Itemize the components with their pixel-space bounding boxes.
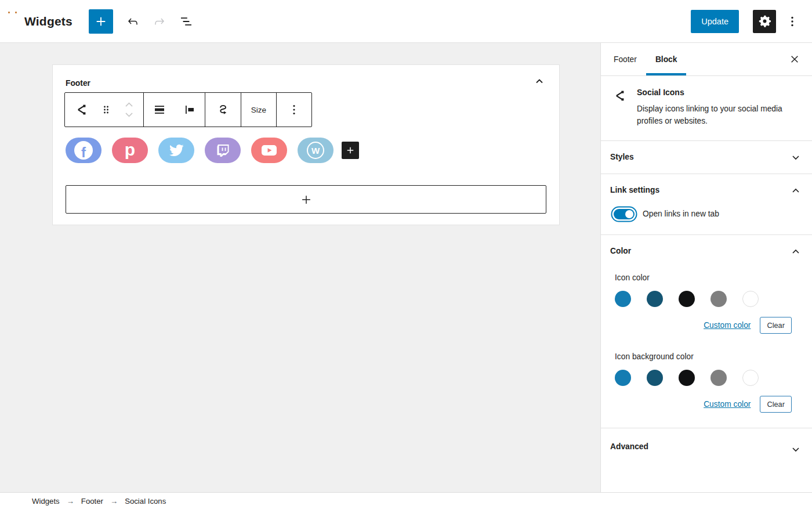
color-swatch-blue[interactable] — [615, 370, 631, 386]
color-swatch-gray[interactable] — [710, 370, 727, 386]
align-button[interactable] — [144, 93, 175, 127]
breadcrumb-footer[interactable]: Footer — [81, 497, 103, 506]
icon-background-color-label: Icon background color — [615, 352, 792, 361]
kebab-icon — [287, 103, 301, 117]
collapse-panel-button[interactable] — [532, 74, 546, 88]
link-curve-button[interactable] — [206, 93, 241, 127]
justify-items-button[interactable] — [175, 93, 205, 127]
color-swatch-black[interactable] — [679, 291, 695, 307]
kebab-icon — [785, 15, 799, 28]
icon-background-color-actions: Custom color Clear — [615, 396, 792, 413]
close-sidebar-button[interactable] — [783, 43, 806, 75]
widgets-editor: Widgets Update — [0, 0, 812, 509]
custom-color-link[interactable]: Custom color — [704, 400, 751, 409]
undo-button[interactable] — [121, 9, 144, 34]
list-view-icon — [179, 15, 193, 28]
redo-icon — [153, 15, 166, 28]
breadcrumb: Widgets → Footer → Social Icons — [32, 497, 166, 506]
size-dropdown-button[interactable]: Size — [241, 93, 276, 127]
tab-block[interactable]: Block — [646, 43, 687, 75]
chevron-up-icon — [789, 244, 803, 258]
block-toolbar: Size — [64, 92, 312, 127]
chevron-down-icon — [124, 110, 135, 120]
footer-widget-area-panel: Footer — [52, 64, 560, 225]
icon-color-label: Icon color — [615, 273, 792, 282]
twitch-icon — [217, 145, 229, 157]
block-options-button[interactable] — [277, 93, 311, 127]
chevron-down-icon — [789, 150, 803, 164]
color-swatch-blue[interactable] — [615, 291, 631, 307]
list-view-button[interactable] — [175, 9, 198, 34]
advanced-panel: Advanced — [601, 428, 812, 475]
block-info-card: Social Icons Display icons linking to yo… — [601, 76, 812, 141]
tab-footer[interactable]: Footer — [604, 43, 646, 75]
link-settings-panel-toggle[interactable]: Link settings — [601, 174, 812, 207]
block-switcher-button[interactable] — [68, 93, 95, 127]
undo-icon — [126, 15, 140, 28]
breadcrumb-widgets[interactable]: Widgets — [32, 497, 60, 506]
advanced-panel-toggle[interactable]: Advanced — [601, 442, 812, 475]
drag-handle-icon — [100, 104, 112, 115]
curved-arrow-icon — [216, 103, 230, 117]
color-swatch-dark-blue[interactable] — [647, 370, 663, 386]
social-icons-block: f p — [66, 138, 359, 163]
chevron-up-icon — [532, 74, 546, 88]
clear-button[interactable]: Clear — [760, 317, 792, 334]
color-swatch-gray[interactable] — [710, 291, 727, 307]
color-swatch-dark-blue[interactable] — [647, 291, 663, 307]
styles-panel-toggle[interactable]: Styles — [601, 141, 812, 174]
plus-icon — [300, 193, 313, 206]
chevron-up-icon — [789, 183, 803, 197]
color-swatch-white[interactable] — [742, 370, 759, 386]
settings-button[interactable] — [753, 10, 776, 33]
icon-color-group: Icon color Custom color Clear — [601, 268, 812, 334]
icon-background-color-group: Icon background color Custom color Clear — [601, 346, 812, 413]
window-artifact-dots — [8, 12, 17, 13]
justify-left-icon — [183, 103, 197, 117]
add-block-button[interactable] — [89, 9, 113, 34]
move-up-button[interactable] — [124, 99, 135, 110]
chevron-down-icon — [789, 442, 803, 456]
page-title: Widgets — [24, 15, 72, 28]
block-movers — [118, 93, 141, 127]
youtube-social-icon[interactable] — [251, 138, 287, 163]
plus-icon — [345, 145, 356, 156]
facebook-icon: f — [74, 141, 93, 160]
styles-panel: Styles — [601, 141, 812, 174]
block-appender[interactable] — [66, 185, 546, 214]
open-links-new-tab-toggle[interactable] — [614, 209, 635, 219]
twitch-social-icon[interactable] — [205, 138, 241, 163]
twitter-social-icon[interactable] — [158, 138, 194, 163]
color-panel-toggle[interactable]: Color — [601, 235, 812, 268]
block-description: Display icons linking to your social med… — [637, 103, 803, 128]
custom-color-link[interactable]: Custom color — [704, 321, 751, 330]
pinterest-icon: p — [125, 141, 135, 158]
editor-header: Widgets Update — [0, 0, 812, 43]
clear-button[interactable]: Clear — [760, 396, 792, 413]
drag-handle[interactable] — [96, 93, 117, 127]
chevron-up-icon — [124, 100, 135, 109]
move-down-button[interactable] — [124, 110, 135, 120]
pinterest-social-icon[interactable]: p — [112, 138, 148, 163]
add-social-icon-button[interactable] — [342, 142, 359, 159]
gear-icon — [758, 15, 771, 28]
align-none-icon — [153, 103, 166, 117]
youtube-icon — [261, 145, 277, 156]
plus-icon — [95, 15, 107, 28]
settings-sidebar: Footer Block Social Icons Display icons … — [600, 43, 812, 492]
editor-canvas: Footer — [0, 43, 600, 492]
icon-color-actions: Custom color Clear — [615, 317, 792, 334]
update-button[interactable]: Update — [691, 10, 739, 33]
icon-color-swatches — [615, 291, 792, 307]
close-icon — [788, 53, 801, 66]
color-swatch-black[interactable] — [679, 370, 695, 386]
wordpress-social-icon[interactable]: W — [298, 138, 334, 163]
facebook-social-icon[interactable]: f — [66, 138, 102, 163]
options-menu-button[interactable] — [782, 10, 803, 33]
breadcrumb-bar: Widgets → Footer → Social Icons — [0, 492, 812, 509]
color-swatch-white[interactable] — [742, 291, 759, 307]
breadcrumb-social-icons: Social Icons — [125, 497, 166, 506]
redo-button[interactable] — [148, 9, 171, 34]
toggle-label: Open links in new tab — [643, 210, 719, 218]
widget-area-title: Footer — [66, 79, 90, 88]
